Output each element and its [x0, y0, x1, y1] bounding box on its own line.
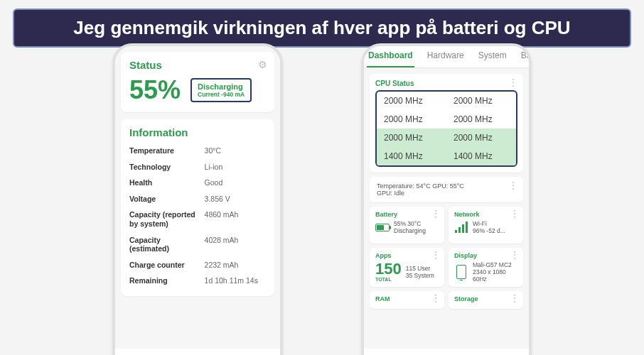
phone-battery-content: ⚙ Status 55% Discharging Current -940 mA… — [115, 46, 280, 349]
info-row: Remaining1d 10h 11m 14s — [129, 273, 266, 289]
apps-tile[interactable]: ⋮ Apps 150 TOTAL 115 User 35 System — [370, 248, 444, 287]
network-tile-title: Network — [454, 211, 517, 218]
info-row: Capacity (reported by system)4860 mAh — [129, 207, 266, 231]
discharge-label: Discharging — [198, 82, 245, 91]
display-tile[interactable]: ⋮ Display Mali-G57 MC2 2340 x 1080 60Hz — [449, 248, 523, 287]
cpu-core: 2000 MHz — [446, 110, 516, 129]
phone-dashboard-content: Dashboard Hardware System Battery ⋮ CPU … — [364, 46, 529, 349]
info-val: Li-ion — [205, 163, 266, 172]
info-key: Temperature — [129, 146, 205, 155]
apps-tile-title: Apps — [375, 252, 439, 259]
ram-tile[interactable]: ⋮ RAM — [370, 291, 444, 309]
cpu-core: 1400 MHz — [446, 147, 516, 165]
cpu-core: 2000 MHz — [377, 110, 446, 129]
battery-percent: 55% — [129, 75, 181, 105]
more-icon[interactable]: ⋮ — [510, 294, 519, 302]
tab-bar: Dashboard Hardware System Battery — [364, 46, 529, 68]
info-val: 4028 mAh — [205, 236, 266, 253]
gpu-line2: GPU: Idle — [377, 190, 516, 197]
cpu-core: 2000 MHz — [446, 129, 516, 147]
more-icon[interactable]: ⋮ — [431, 294, 440, 302]
info-key: Capacity (reported by system) — [129, 210, 205, 228]
info-val: 1d 10h 11m 14s — [205, 276, 266, 285]
cpu-card: ⋮ CPU Status 2000 MHz2000 MHz 2000 MHz20… — [370, 74, 523, 173]
info-val: 30°C — [205, 146, 266, 155]
info-card: Information Temperature30°C TechnologyLi… — [121, 119, 274, 296]
info-key: Technology — [129, 163, 205, 172]
cpu-core: 2000 MHz — [377, 92, 446, 110]
phone-dashboard: Dashboard Hardware System Battery ⋮ CPU … — [361, 43, 532, 355]
info-val: 2232 mAh — [205, 261, 266, 270]
battery-line2: Discharging — [394, 227, 426, 234]
info-row: Capacity (estimated)4028 mAh — [129, 232, 266, 257]
cpu-title: CPU Status — [375, 80, 517, 87]
cpu-grid: 2000 MHz2000 MHz 2000 MHz2000 MHz 2000 M… — [375, 90, 517, 167]
info-row: Charge counter2232 mAh — [129, 257, 266, 273]
gpu-card: ⋮ Temperature: 54°C GPU: 55°C GPU: Idle — [370, 177, 523, 202]
apps-line2: 35 System — [406, 272, 434, 279]
gear-icon[interactable]: ⚙ — [258, 59, 267, 70]
network-line1: Wi-Fi — [473, 220, 505, 227]
more-icon[interactable]: ⋮ — [431, 209, 440, 218]
apps-count: 150 — [375, 261, 402, 277]
gpu-line1: Temperature: 54°C GPU: 55°C — [377, 182, 516, 190]
cpu-core: 2000 MHz — [446, 92, 516, 110]
phone-stage: ⚙ Status 55% Discharging Current -940 mA… — [0, 43, 644, 355]
discharge-current: Current -940 mA — [198, 91, 245, 98]
info-key: Remaining — [129, 276, 205, 285]
tile-grid: ⋮ Battery 55% 30°C Discharging ⋮ Network — [370, 207, 523, 309]
info-val: 3.856 V — [205, 195, 266, 204]
tab-dashboard[interactable]: Dashboard — [367, 46, 414, 67]
info-row: Voltage3.856 V — [129, 191, 266, 207]
network-tile[interactable]: ⋮ Network Wi-Fi 96% -52 d... — [449, 207, 523, 244]
status-title: Status — [129, 59, 266, 71]
battery-icon — [375, 220, 390, 234]
apps-count-label: TOTAL — [375, 277, 402, 282]
tab-system[interactable]: System — [477, 46, 508, 67]
info-row: Temperature30°C — [129, 143, 266, 159]
tab-hardware[interactable]: Hardware — [426, 46, 466, 67]
android-navbar: ||| ‹ — [364, 349, 529, 355]
display-line3: 60Hz — [473, 275, 512, 283]
tab-battery[interactable]: Battery — [520, 46, 529, 67]
android-navbar: ||| ‹ — [115, 349, 280, 355]
display-icon — [454, 265, 468, 279]
info-key: Voltage — [129, 195, 205, 204]
info-val: 4860 mAh — [205, 210, 266, 228]
status-card: ⚙ Status 55% Discharging Current -940 mA — [121, 52, 274, 112]
battery-line1: 55% 30°C — [394, 220, 426, 227]
more-icon[interactable]: ⋮ — [510, 251, 519, 259]
info-key: Charge counter — [129, 261, 205, 270]
ram-tile-title: RAM — [375, 295, 439, 302]
apps-line1: 115 User — [406, 265, 434, 272]
storage-tile-title: Storage — [454, 295, 517, 302]
info-row: HealthGood — [129, 175, 266, 191]
display-tile-title: Display — [454, 252, 517, 259]
discharge-box: Discharging Current -940 mA — [190, 78, 252, 102]
caption-banner: Jeg gennemgik virkningen af hver app på … — [13, 9, 631, 48]
network-line2: 96% -52 d... — [473, 227, 505, 234]
info-key: Health — [129, 178, 205, 187]
phone-battery: ⚙ Status 55% Discharging Current -940 mA… — [112, 43, 283, 355]
more-icon[interactable]: ⋮ — [509, 181, 517, 190]
info-key: Capacity (estimated) — [129, 236, 205, 253]
more-icon[interactable]: ⋮ — [510, 209, 519, 218]
info-val: Good — [205, 178, 266, 187]
display-line2: 2340 x 1080 — [473, 268, 512, 275]
more-icon[interactable]: ⋮ — [509, 78, 517, 87]
battery-tile[interactable]: ⋮ Battery 55% 30°C Discharging — [370, 207, 444, 244]
info-row: TechnologyLi-ion — [129, 159, 266, 175]
storage-tile[interactable]: ⋮ Storage — [449, 291, 523, 309]
more-icon[interactable]: ⋮ — [431, 251, 440, 259]
battery-tile-title: Battery — [375, 211, 439, 218]
cpu-core: 2000 MHz — [377, 129, 446, 147]
info-title: Information — [129, 126, 266, 138]
cpu-core: 1400 MHz — [377, 147, 446, 165]
display-line1: Mali-G57 MC2 — [473, 261, 512, 268]
wifi-bars-icon — [454, 220, 468, 234]
